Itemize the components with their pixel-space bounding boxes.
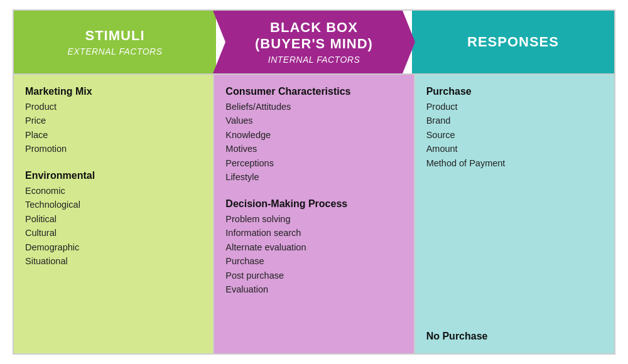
purchase-section: Purchase Product Brand Source Amount Met… [426, 86, 603, 170]
stimuli-cultural: Cultural [25, 226, 202, 240]
bb-problem-solving: Problem solving [225, 212, 402, 226]
stimuli-title: STIMULI [85, 28, 145, 44]
marketing-mix-title: Marketing Mix [25, 86, 202, 97]
header-responses: RESPONSES [412, 11, 614, 73]
stimuli-product: Product [25, 100, 202, 114]
bb-info-search: Information search [225, 226, 402, 240]
content-row: Marketing Mix Product Price Place Promot… [14, 73, 614, 353]
resp-method-of-payment: Method of Payment [426, 156, 603, 170]
resp-brand: Brand [426, 114, 603, 127]
resp-amount: Amount [426, 142, 603, 156]
decision-making-section: Decision-Making Process Problem solving … [225, 198, 402, 297]
stimuli-promotion: Promotion [25, 142, 202, 156]
stimuli-place: Place [25, 128, 202, 142]
col-responses: Purchase Product Brand Source Amount Met… [415, 75, 614, 353]
environmental-title: Environmental [25, 170, 202, 181]
bb-alternate-eval: Alternate evaluation [225, 240, 402, 254]
bb-post-purchase: Post purchase [225, 269, 402, 282]
bb-beliefs: Beliefs/Attitudes [225, 100, 402, 114]
col-stimuli: Marketing Mix Product Price Place Promot… [14, 75, 213, 353]
bb-knowledge: Knowledge [225, 128, 402, 142]
header-blackbox: BLACK BOX(BUYER'S MIND) INTERNAL FACTORS [213, 11, 415, 73]
header-row: STIMULI EXTERNAL FACTORS BLACK BOX(BUYER… [14, 11, 614, 73]
diagram: STIMULI EXTERNAL FACTORS BLACK BOX(BUYER… [13, 9, 615, 355]
col-blackbox: Consumer Characteristics Beliefs/Attitud… [213, 75, 414, 353]
marketing-mix-section: Marketing Mix Product Price Place Promot… [25, 86, 202, 156]
blackbox-subtitle: INTERNAL FACTORS [268, 55, 360, 65]
resp-product: Product [426, 100, 603, 114]
stimuli-situational: Situational [25, 254, 202, 268]
stimuli-technological: Technological [25, 198, 202, 211]
consumer-characteristics-title: Consumer Characteristics [225, 86, 402, 97]
decision-making-title: Decision-Making Process [225, 198, 402, 210]
bb-evaluation: Evaluation [225, 282, 402, 296]
bb-lifestyle: Lifestyle [225, 170, 402, 184]
resp-source: Source [426, 128, 603, 142]
bb-values: Values [225, 114, 402, 127]
purchase-title: Purchase [426, 86, 603, 97]
stimuli-political: Political [25, 212, 202, 226]
stimuli-economic: Economic [25, 184, 202, 198]
bb-motives: Motives [225, 142, 402, 156]
stimuli-demographic: Demographic [25, 240, 202, 254]
bb-purchase: Purchase [225, 254, 402, 268]
consumer-characteristics-section: Consumer Characteristics Beliefs/Attitud… [225, 86, 402, 185]
stimuli-subtitle: EXTERNAL FACTORS [67, 46, 162, 56]
responses-title: RESPONSES [467, 34, 559, 50]
header-stimuli: STIMULI EXTERNAL FACTORS [14, 11, 216, 73]
blackbox-title: BLACK BOX(BUYER'S MIND) [255, 19, 373, 53]
stimuli-price: Price [25, 114, 202, 127]
no-purchase-label: No Purchase [426, 306, 603, 342]
environmental-section: Environmental Economic Technological Pol… [25, 170, 202, 269]
bb-perceptions: Perceptions [225, 156, 402, 170]
